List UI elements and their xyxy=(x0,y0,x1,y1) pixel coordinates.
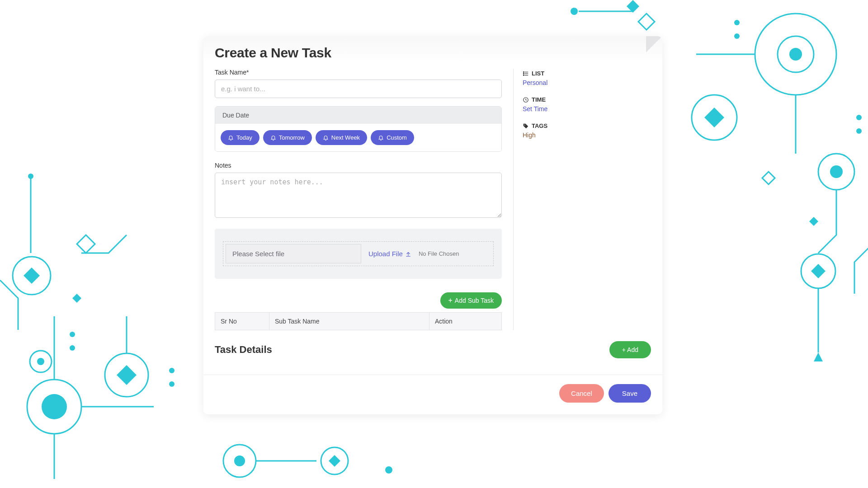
svg-point-9 xyxy=(28,174,33,179)
sidebar-list-label: LIST xyxy=(523,70,651,77)
svg-marker-28 xyxy=(811,264,826,278)
svg-point-18 xyxy=(169,368,175,373)
svg-point-54 xyxy=(523,75,524,75)
svg-point-0 xyxy=(27,380,81,434)
svg-marker-36 xyxy=(762,172,775,184)
svg-point-38 xyxy=(856,115,862,120)
upload-file-label: Upload File xyxy=(368,250,403,258)
create-task-modal: Create a New Task Task Name* Due Date To… xyxy=(203,36,662,414)
due-next-week-button[interactable]: Next Week xyxy=(316,130,367,145)
col-sr-no: Sr No xyxy=(215,313,269,330)
bell-icon xyxy=(228,135,234,141)
select-file-button[interactable]: Please Select file xyxy=(226,244,361,263)
svg-marker-5 xyxy=(117,365,137,385)
bell-icon xyxy=(378,135,384,141)
cancel-button[interactable]: Cancel xyxy=(559,384,604,403)
due-next-week-label: Next Week xyxy=(331,134,360,141)
bell-icon xyxy=(323,135,329,141)
task-name-input[interactable] xyxy=(215,80,502,98)
main-column: Task Name* Due Date Today Tomorrow Nex xyxy=(215,69,513,330)
svg-point-6 xyxy=(30,351,52,372)
background-decoration-left xyxy=(0,81,226,488)
svg-marker-29 xyxy=(638,14,655,30)
svg-point-44 xyxy=(234,455,245,466)
sidebar-list-label-text: LIST xyxy=(532,70,544,77)
svg-point-21 xyxy=(778,36,814,72)
svg-point-25 xyxy=(818,154,854,190)
svg-point-1 xyxy=(42,394,67,419)
svg-marker-15 xyxy=(72,294,81,303)
svg-point-31 xyxy=(571,8,578,15)
sidebar-tags-label: TAGS xyxy=(523,122,651,129)
svg-point-56 xyxy=(524,124,525,125)
dogear-decoration xyxy=(646,36,662,52)
task-details-title: Task Details xyxy=(215,344,272,356)
notes-textarea[interactable] xyxy=(215,173,502,218)
svg-point-52 xyxy=(523,71,524,72)
sidebar-column: LIST Personal TIME Set Time TAGS High xyxy=(513,69,651,330)
svg-point-41 xyxy=(734,20,740,25)
no-file-chosen-text: No File Chosen xyxy=(419,250,459,257)
task-details-section: Task Details + Add xyxy=(203,330,662,358)
svg-marker-30 xyxy=(627,0,639,13)
add-task-detail-button[interactable]: + Add xyxy=(609,341,651,358)
svg-marker-14 xyxy=(77,235,95,253)
svg-point-20 xyxy=(755,14,836,95)
svg-marker-24 xyxy=(704,108,724,127)
sidebar-tags-label-text: TAGS xyxy=(532,122,547,129)
svg-point-16 xyxy=(70,332,75,337)
due-today-label: Today xyxy=(236,134,252,141)
svg-point-27 xyxy=(801,254,835,288)
svg-marker-42 xyxy=(814,352,823,361)
sidebar-time-label: TIME xyxy=(523,96,651,103)
svg-point-53 xyxy=(523,73,524,74)
svg-point-39 xyxy=(856,128,862,134)
svg-point-26 xyxy=(830,165,843,178)
svg-point-23 xyxy=(692,95,737,140)
task-name-label: Task Name* xyxy=(215,69,502,76)
upload-icon xyxy=(405,251,411,257)
due-date-section: Due Date Today Tomorrow Next Week xyxy=(215,106,502,152)
col-sub-task-name: Sub Task Name xyxy=(269,313,429,330)
svg-point-19 xyxy=(169,381,175,387)
svg-marker-3 xyxy=(24,267,40,284)
upload-section: Please Select file Upload File No File C… xyxy=(215,229,502,279)
due-custom-button[interactable]: Custom xyxy=(371,130,414,145)
due-custom-label: Custom xyxy=(387,134,407,141)
add-task-detail-label: + Add xyxy=(622,346,638,353)
sidebar-tags-value[interactable]: High xyxy=(523,131,536,139)
svg-point-40 xyxy=(734,33,740,39)
sidebar-list-value[interactable]: Personal xyxy=(523,79,547,86)
sidebar-time-value[interactable]: Set Time xyxy=(523,105,547,113)
bell-icon xyxy=(270,135,276,141)
list-icon xyxy=(523,70,529,77)
svg-point-43 xyxy=(223,445,256,477)
svg-point-48 xyxy=(385,466,392,474)
table-header-row: Sr No Sub Task Name Action xyxy=(215,313,502,330)
modal-footer: Cancel Save xyxy=(203,375,662,405)
svg-point-46 xyxy=(321,447,348,474)
plus-icon: + xyxy=(448,297,453,304)
add-sub-task-button[interactable]: + Add Sub Task xyxy=(440,292,502,309)
svg-point-7 xyxy=(37,358,44,365)
due-today-button[interactable]: Today xyxy=(221,130,259,145)
col-action: Action xyxy=(429,313,502,330)
due-date-header: Due Date xyxy=(215,107,501,124)
due-tomorrow-button[interactable]: Tomorrow xyxy=(263,130,312,145)
notes-label: Notes xyxy=(215,162,502,169)
upload-file-link[interactable]: Upload File xyxy=(368,250,411,258)
clock-icon xyxy=(523,97,529,103)
sidebar-time-label-text: TIME xyxy=(532,96,546,103)
svg-point-22 xyxy=(789,48,802,61)
save-button[interactable]: Save xyxy=(609,384,651,403)
svg-point-4 xyxy=(105,353,148,397)
background-decoration-bottom xyxy=(199,434,470,488)
svg-point-2 xyxy=(13,257,51,295)
modal-title: Create a New Task xyxy=(203,36,662,69)
svg-marker-37 xyxy=(809,217,818,226)
add-sub-task-label: Add Sub Task xyxy=(455,297,494,304)
due-tomorrow-label: Tomorrow xyxy=(279,134,305,141)
tag-icon xyxy=(523,123,529,129)
svg-marker-47 xyxy=(329,455,340,467)
svg-point-17 xyxy=(70,345,75,351)
